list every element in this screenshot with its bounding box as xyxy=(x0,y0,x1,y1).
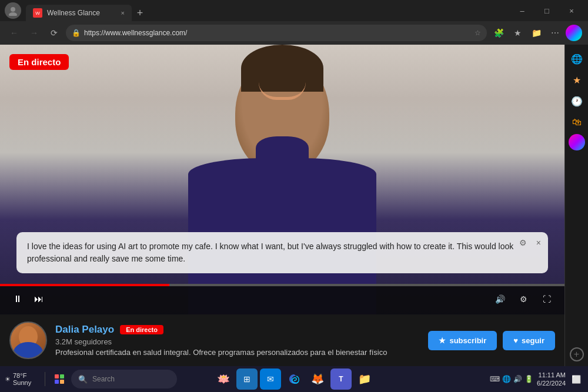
taskbar-teams[interactable]: T xyxy=(330,368,352,390)
sidebar-favorites-icon[interactable]: ★ xyxy=(567,71,586,89)
window-controls: – □ × xyxy=(510,2,583,19)
browser-toolbar: ← → ⟳ 🔒 https://www.wellnessglance.com/ … xyxy=(0,21,588,45)
fullscreen-button[interactable]: ⛶ xyxy=(539,291,555,307)
more-menu-button[interactable]: ⋯ xyxy=(547,25,563,41)
address-bar[interactable]: 🔒 https://www.wellnessglance.com/ ☆ xyxy=(66,25,487,41)
page-content: En directo ⚙ × I love the ideas for usin… xyxy=(0,45,564,366)
taskbar-search-icon: 🔍 xyxy=(78,375,88,384)
channel-name-row: Dalia Pelayo En directo xyxy=(55,324,420,336)
new-tab-button[interactable]: + xyxy=(132,5,148,21)
channel-avatar xyxy=(9,321,47,359)
minimize-button[interactable]: – xyxy=(510,2,534,19)
video-player[interactable]: En directo ⚙ × I love the ideas for usin… xyxy=(0,45,564,314)
lock-icon: 🔒 xyxy=(72,29,81,37)
taskbar-edge[interactable] xyxy=(283,368,305,390)
refresh-button[interactable]: ⟳ xyxy=(46,25,62,41)
sidebar-copilot-icon[interactable] xyxy=(569,134,585,150)
edge-profile-icon[interactable] xyxy=(566,25,582,41)
follow-heart-icon: ♥ xyxy=(513,336,518,345)
volume-icon[interactable]: 🔊 xyxy=(492,291,508,307)
volume-sys-icon[interactable]: 🔊 xyxy=(513,375,522,383)
taskbar-divider-1 xyxy=(45,372,45,386)
system-tray-icons: ⌨ 🌐 🔊 🔋 xyxy=(490,375,533,383)
subtitle-settings-icon[interactable]: ⚙ xyxy=(519,238,527,247)
weather-info: 78°F Sunny xyxy=(13,372,31,386)
sidebar-history-icon[interactable]: 🕐 xyxy=(567,92,586,110)
weather-temp: 78°F xyxy=(13,372,31,379)
subtitle-close-button[interactable]: × xyxy=(536,238,541,247)
channel-description: Profesional certificada en salud integra… xyxy=(55,348,420,357)
skip-forward-button[interactable]: ⏭ xyxy=(31,291,47,307)
collections-icon[interactable]: 📁 xyxy=(528,25,544,41)
taskbar-time-display: 11:11 AM xyxy=(537,371,566,379)
subtitle-text: I love the ideas for using AI art to pro… xyxy=(27,240,519,265)
settings-icon[interactable]: ⚙ xyxy=(515,291,532,307)
taskbar-date-display: 6/22/2024 xyxy=(537,379,566,387)
pause-button[interactable]: ⏸ xyxy=(9,291,26,307)
browser-titlebar: W Wellness Glance × + – □ × xyxy=(0,0,588,21)
right-controls: 🔊 ⚙ ⛶ xyxy=(492,291,555,307)
subtitle-box: ⚙ × I love the ideas for using AI art to… xyxy=(16,232,548,273)
favorites-icon[interactable]: ★ xyxy=(509,25,526,41)
weather-widget[interactable]: ☀ 78°F Sunny xyxy=(5,372,40,386)
taskbar-lotus-app[interactable]: 🪷 xyxy=(213,368,234,390)
video-controls-bar: ⏸ ⏭ 🔊 ⚙ ⛶ xyxy=(0,284,564,314)
channel-info-bar: Dalia Pelayo En directo 3.2M seguidores … xyxy=(0,314,564,366)
tab-close-button[interactable]: × xyxy=(121,9,125,16)
sidebar-add-button[interactable]: + xyxy=(570,347,584,361)
taskbar-firefox[interactable]: 🦊 xyxy=(307,368,328,390)
back-button[interactable]: ← xyxy=(6,25,22,41)
person-turtleneck xyxy=(256,136,309,166)
taskbar-mail[interactable]: ✉ xyxy=(260,368,281,390)
battery-icon[interactable]: 🔋 xyxy=(524,375,533,383)
browser-tabs: W Wellness Glance × + xyxy=(24,0,508,21)
tab-title: Wellness Glance xyxy=(47,9,116,17)
taskbar-clock[interactable]: 11:11 AM 6/22/2024 xyxy=(537,371,566,388)
forward-button[interactable]: → xyxy=(26,25,42,41)
sidebar-shopping-icon[interactable]: 🛍 xyxy=(567,113,586,132)
live-badge: En directo xyxy=(9,54,69,70)
active-tab[interactable]: W Wellness Glance × xyxy=(26,5,132,21)
weather-condition: Sunny xyxy=(13,379,31,386)
url-text: https://www.wellnessglance.com/ xyxy=(84,29,469,37)
maximize-button[interactable]: □ xyxy=(535,2,559,19)
windows-taskbar: ☀ 78°F Sunny 🔍 Search 🪷 ⊞ ✉ 🦊 T 📁 xyxy=(0,366,588,392)
close-button[interactable]: × xyxy=(560,2,583,19)
taskbar-pinned-apps: 🪷 ⊞ ✉ 🦊 T 📁 xyxy=(213,368,375,390)
taskbar-right: ⌨ 🌐 🔊 🔋 11:11 AM 6/22/2024 ⬜ xyxy=(490,371,583,388)
tab-favicon: W xyxy=(33,8,42,18)
subscribe-button[interactable]: ★ subscribir xyxy=(428,331,497,350)
subscribe-star-icon: ★ xyxy=(439,336,446,345)
start-button[interactable] xyxy=(50,370,69,388)
bookmark-icon[interactable]: ☆ xyxy=(475,29,481,37)
channel-name: Dalia Pelayo xyxy=(55,324,114,336)
video-background xyxy=(0,45,564,314)
notification-center[interactable]: ⬜ xyxy=(569,372,583,386)
browser-body: En directo ⚙ × I love the ideas for usin… xyxy=(0,45,588,366)
progress-bar-container[interactable] xyxy=(0,284,564,286)
taskbar-explorer[interactable]: 📁 xyxy=(354,368,375,390)
svg-point-0 xyxy=(11,7,15,12)
keyboard-icon[interactable]: ⌨ xyxy=(490,375,500,383)
channel-meta: Dalia Pelayo En directo 3.2M seguidores … xyxy=(55,324,420,357)
sidebar-discover-icon[interactable]: 🌐 xyxy=(567,49,586,68)
channel-live-badge: En directo xyxy=(120,325,163,334)
edge-sidebar: 🌐 ★ 🕐 🛍 + xyxy=(564,45,588,366)
taskbar-windows-store[interactable]: ⊞ xyxy=(236,368,258,390)
extensions-icon[interactable]: 🧩 xyxy=(490,25,507,41)
network-icon[interactable]: 🌐 xyxy=(502,375,511,383)
weather-icon: ☀ xyxy=(5,376,11,383)
windows-logo xyxy=(55,374,64,384)
progress-bar-fill xyxy=(0,284,169,286)
channel-followers: 3.2M seguidores xyxy=(55,337,420,346)
toolbar-right-icons: 🧩 ★ 📁 ⋯ xyxy=(490,25,582,41)
taskbar-search-box[interactable]: 🔍 Search xyxy=(71,370,177,388)
taskbar-search-label: Search xyxy=(92,375,115,383)
avatar-body xyxy=(14,342,43,359)
channel-actions: ★ subscribir ♥ seguir xyxy=(428,331,555,350)
svg-point-1 xyxy=(9,12,17,16)
follow-button[interactable]: ♥ seguir xyxy=(503,331,555,350)
browser-profile[interactable] xyxy=(5,2,21,19)
